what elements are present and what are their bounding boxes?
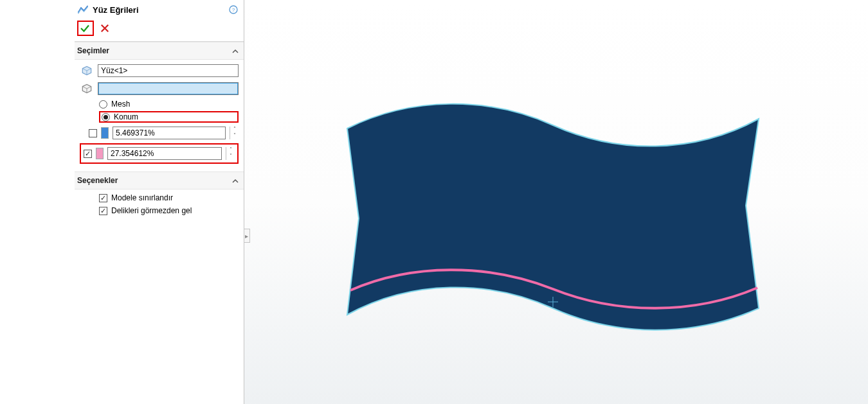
body-select-icon <box>80 82 94 96</box>
property-panel: Yüz Eğrileri ? Seçimler <box>0 0 244 404</box>
value2-swatch <box>96 148 104 159</box>
option-constrain-label: Modele sınırlandır <box>111 193 173 202</box>
panel-header: Yüz Eğrileri ? <box>75 0 244 19</box>
radio-group: Mesh Konum <box>80 100 239 123</box>
radio-mesh[interactable]: Mesh <box>99 100 239 109</box>
panel-drag-handle[interactable]: ▸ <box>244 229 250 243</box>
body-field-row <box>80 82 239 96</box>
value1-input[interactable] <box>113 127 226 139</box>
model-face[interactable] <box>334 77 772 366</box>
value1-swatch <box>101 127 109 139</box>
value2-input[interactable] <box>107 147 222 160</box>
value1-spinner[interactable]: ˄ ˅ <box>230 127 239 139</box>
option-ignore-holes[interactable]: Delikleri görmezden gel <box>80 206 239 215</box>
radio-konum-dot <box>102 113 110 121</box>
radio-konum-highlight: Konum <box>99 111 239 123</box>
chevron-up-icon <box>232 48 239 54</box>
section-options-header[interactable]: Seçenekler <box>75 171 244 189</box>
section-selections: Seçimler <box>75 42 244 168</box>
value2-spinner[interactable]: ˄ ˅ <box>226 147 235 160</box>
face-input[interactable] <box>98 64 239 77</box>
cancel-icon[interactable] <box>99 22 111 34</box>
radio-mesh-label: Mesh <box>111 100 130 109</box>
face-curves-icon <box>77 4 89 15</box>
section-selections-header[interactable]: Seçimler <box>75 42 244 60</box>
value1-checkbox[interactable] <box>89 129 97 137</box>
section-options-body: Modele sınırlandır Delikleri görmezden g… <box>75 189 244 219</box>
section-selections-title: Seçimler <box>77 46 109 55</box>
option-constrain[interactable]: Modele sınırlandır <box>80 193 239 202</box>
value2-spin-down[interactable]: ˅ <box>226 154 235 160</box>
radio-mesh-dot <box>99 100 107 109</box>
radio-konum[interactable]: Konum <box>102 112 138 121</box>
radio-konum-label: Konum <box>114 112 138 121</box>
section-selections-body: Mesh Konum ˄ ˅ <box>75 60 244 168</box>
face-select-icon <box>80 64 94 78</box>
value2-row-highlight: ˄ ˅ <box>80 143 239 164</box>
section-options: Seçenekler Modele sınırlandır Delikleri … <box>75 171 244 219</box>
panel-title: Yüz Eğrileri <box>93 5 224 15</box>
ok-icon[interactable] <box>79 22 91 34</box>
value1-row: ˄ ˅ <box>80 127 239 139</box>
viewport[interactable]: ▸ <box>244 0 868 404</box>
option-constrain-check <box>99 194 107 202</box>
value2-checkbox[interactable] <box>84 150 92 158</box>
ok-button-highlight <box>77 21 94 36</box>
chevron-up-icon <box>232 177 239 184</box>
action-row <box>75 19 244 42</box>
face-field-row <box>80 64 239 78</box>
body-input[interactable] <box>98 82 239 95</box>
option-ignore-holes-label: Delikleri görmezden gel <box>111 206 192 215</box>
svg-text:?: ? <box>232 7 235 13</box>
value1-spin-down[interactable]: ˅ <box>230 133 239 139</box>
option-ignore-holes-check <box>99 207 107 215</box>
help-icon[interactable]: ? <box>228 4 239 15</box>
section-options-title: Seçenekler <box>77 176 118 185</box>
